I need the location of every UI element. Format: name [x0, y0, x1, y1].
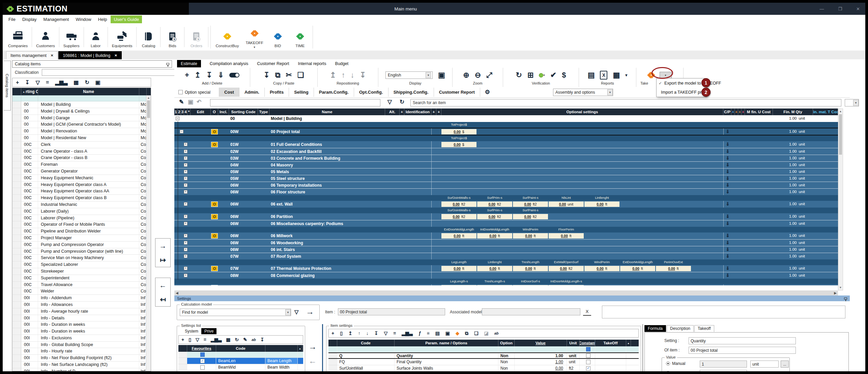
param-value-box[interactable]: 0.00ft [584, 266, 619, 271]
workspace-tab-108861-model-building[interactable]: 108861 : Model | Building✕ [58, 51, 121, 59]
param-value-box[interactable]: 0.00ft [656, 266, 691, 271]
model-notes-field[interactable] [602, 306, 845, 318]
grid-row-05-metals[interactable]: +05W05 Metals⇓1.00unit [174, 168, 838, 175]
chart-icon[interactable]: ▂▆▃ [55, 80, 67, 85]
grid-row-01-full-general-conditions[interactable]: TotProject$+O01W01 Full General Conditio… [174, 135, 838, 148]
row-handle[interactable] [12, 115, 21, 121]
param-value-box[interactable]: 0.00ft2 [477, 201, 512, 207]
manual-unit-field[interactable]: unit [750, 361, 779, 368]
settings-list-col-3[interactable] [265, 345, 298, 352]
add-icon[interactable]: + [181, 337, 184, 342]
grid-column-identification[interactable]: Identification [404, 108, 431, 115]
row-handle[interactable] [12, 321, 21, 328]
grid-row-model-building[interactable]: −00Model | Building1.00unit [174, 115, 838, 122]
row-handle[interactable] [12, 188, 21, 194]
rename-icon[interactable]: ab [494, 332, 499, 335]
row-handle[interactable] [178, 364, 187, 370]
copy-paste-icon[interactable]: ⇓ [724, 266, 731, 271]
grid-column-1[interactable]: 1 [174, 108, 178, 115]
copy-paste-icon[interactable]: ⇓ [724, 129, 731, 134]
delete-row-icon[interactable]: ↧ [206, 71, 212, 79]
validate-icon[interactable]: ✔ [550, 71, 556, 79]
chevron-down-icon[interactable]: ▼ [426, 72, 431, 78]
toolbar-button-catalog[interactable]: Catalog [137, 24, 160, 51]
grid-column-[interactable]: + [735, 108, 738, 115]
chevron-down-icon[interactable]: ▼ [285, 309, 291, 315]
param-constant[interactable] [580, 365, 595, 371]
catalog-row[interactable]: 00CStorekeeperCo [12, 268, 151, 275]
catalog-header-type[interactable] [139, 88, 147, 95]
row-handle[interactable] [12, 335, 21, 341]
catalog-row[interactable]: 00IInfo - Duration in weeksInf [12, 321, 151, 328]
grid-column-sorting-code[interactable]: Sorting Code [229, 108, 258, 115]
filter-icon[interactable]: ▽ [294, 309, 298, 315]
import-icon[interactable]: ↧ [260, 337, 264, 342]
search-item-input[interactable] [410, 99, 841, 106]
param-constant[interactable] [580, 353, 595, 358]
checkbox-icon[interactable] [200, 365, 205, 370]
tree-toggle-icon[interactable]: + [184, 183, 187, 187]
grid-column-[interactable]: + [436, 108, 441, 115]
toolbar-button-time[interactable]: TIME [289, 24, 311, 51]
splitter[interactable] [642, 324, 643, 371]
menu-item-file[interactable]: File [5, 15, 19, 23]
paste-icon[interactable]: ❏ [474, 331, 479, 336]
settings-list-row[interactable] [178, 352, 303, 358]
save-icon[interactable]: ▣ [188, 99, 193, 105]
toolbar-button-bids[interactable]: Bids [161, 24, 183, 51]
catalog-row[interactable]: 00COperator of Fixed or Mobile PlantsCo [12, 221, 151, 228]
row-handle[interactable] [328, 365, 337, 371]
grid-row-main[interactable]: +05W05 Metals⇓1.00unit [174, 168, 838, 175]
copy-paste-icon[interactable]: ⇓ [724, 233, 731, 238]
toolbar-button-bid[interactable]: BID [267, 24, 289, 51]
grid-row-07-roof-system[interactable]: +07W07 Roof System⇓1.00unit [174, 253, 838, 259]
radio-icon[interactable] [666, 362, 670, 366]
menu-item-help[interactable]: Help [95, 15, 110, 23]
catalog-row[interactable]: 00IInfo - Net Floor Building Footprint (… [12, 355, 151, 362]
settings-list-col-2[interactable]: Code [216, 345, 265, 352]
settings-list-tab-prive[interactable]: Prive [201, 328, 216, 334]
catalog-row[interactable]: 00CPump and Compression OperatorCo [12, 242, 151, 248]
grid-row-00-project-total[interactable]: TotProject$−O00W00 Project total0.00$⇓1.… [174, 122, 838, 135]
classification-input[interactable] [42, 69, 178, 76]
catalog-row[interactable]: 00Model | Residential NewMo [12, 135, 151, 142]
move-top-icon[interactable]: ↥ [348, 331, 352, 336]
catalog-items-side-tab[interactable]: Catalog items [3, 61, 11, 111]
move-top-icon[interactable]: ↥ [330, 71, 336, 79]
lines-icon[interactable]: ≡ [427, 331, 429, 336]
favourite-cell[interactable] [187, 358, 216, 364]
grid-row-03-concrete-and-formwork-building[interactable]: +03W03 Concrete and Formwork Building⇓1.… [174, 155, 838, 161]
item-settings-row-fq[interactable]: FQFinal QuantityNon1.00unit [328, 359, 639, 365]
scrollbar-thumb[interactable] [147, 100, 150, 118]
filter-cell[interactable] [395, 346, 498, 352]
catalog-row[interactable]: 00Model | Drywall & CeilingsMo [12, 108, 151, 115]
subtab-cost[interactable]: Cost [219, 88, 239, 97]
assembly-options-select[interactable]: Assembly and options▼ [553, 89, 613, 96]
filter-cell[interactable] [595, 346, 626, 352]
catalog-row[interactable]: 00CHeavy Equipment Operator class AACo [12, 188, 151, 195]
checkbox-icon[interactable] [200, 352, 205, 357]
settings-list-row[interactable]: BeamLenBeam Length [178, 358, 303, 364]
manual-value-field[interactable]: 1 [700, 361, 747, 368]
tree-toggle-icon[interactable]: + [184, 143, 187, 146]
copy-paste-icon[interactable]: ⇓ [724, 285, 731, 285]
tree-toggle-icon[interactable]: + [184, 254, 187, 258]
row-handle[interactable] [12, 235, 21, 241]
catalog-row[interactable]: 00CSuperintendentCo [12, 275, 151, 282]
row-handle[interactable] [12, 148, 21, 155]
checkbox-icon[interactable] [586, 347, 590, 351]
filter-cell[interactable] [498, 346, 515, 352]
param-value-box[interactable]: 0.00ft [441, 285, 476, 285]
catalog-row[interactable]: 00CHeavy Equipment MechanicCo [12, 175, 151, 182]
param-value-box[interactable]: 0.00$ [441, 129, 476, 134]
associated-model-field[interactable] [482, 308, 580, 315]
grid-column-c-p[interactable]: C/P [723, 108, 731, 115]
catalog-row[interactable]: 00Model | RenovationMo [12, 128, 151, 135]
row-handle[interactable] [12, 201, 21, 208]
subtab-shipping-config[interactable]: Shipping.Config. [388, 88, 434, 97]
row-handle[interactable] [12, 175, 21, 181]
subtab-opt-config[interactable]: Opt.Config. [354, 88, 388, 97]
row-handle[interactable] [12, 315, 21, 321]
grid-column-4[interactable]: 4 [184, 108, 187, 115]
row-handle[interactable] [12, 182, 21, 188]
